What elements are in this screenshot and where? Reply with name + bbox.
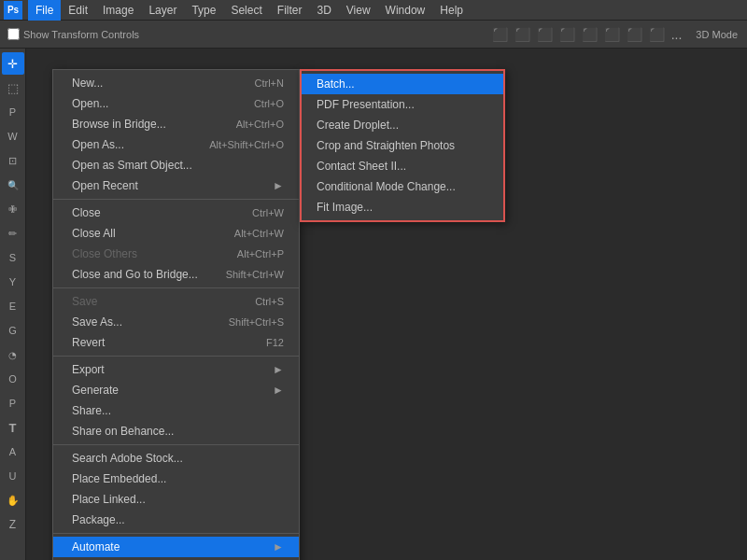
tool-path-select[interactable]: A [2, 441, 24, 463]
tool-dodge[interactable]: O [2, 368, 24, 390]
tool-crop[interactable]: ⊡ [2, 149, 24, 172]
menu-edit[interactable]: Edit [61, 0, 95, 21]
menu-bar: Ps File Edit Image Layer Type Select Fil… [0, 0, 747, 21]
tool-shape[interactable]: U [2, 465, 24, 487]
menu-layer[interactable]: Layer [141, 0, 184, 21]
automate-submenu[interactable]: Batch... PDF Presentation... Create Drop… [300, 69, 505, 222]
submenu-fit-image[interactable]: Fit Image... [302, 197, 503, 217]
file-section-place: Search Adobe Stock... Place Embedded... … [53, 445, 299, 534]
file-menu-dropdown[interactable]: New... Ctrl+N Open... Ctrl+O Browse in B… [52, 69, 300, 560]
menu-place-linked[interactable]: Place Linked... [53, 489, 299, 510]
menu-package[interactable]: Package... [53, 510, 299, 530]
file-section-export: Export ► Generate ► Share... Share on Be… [53, 357, 299, 445]
tool-healing[interactable]: ✙ [2, 198, 24, 220]
menu-view[interactable]: View [339, 0, 378, 21]
align-right-icon[interactable]: ⬛ [535, 27, 555, 42]
menu-open-smart-object[interactable]: Open as Smart Object... [53, 155, 299, 175]
menu-select[interactable]: Select [223, 0, 269, 21]
main-area: ✛ ⬚ P W ⊡ 🔍 ✙ ✏ S Y E G ◔ O P T A U ✋ Z … [0, 49, 747, 560]
menu-revert[interactable]: Revert F12 [53, 332, 299, 353]
transform-label: Show Transform Controls [23, 29, 139, 40]
tool-magic-wand[interactable]: W [2, 125, 24, 147]
transform-checkbox[interactable] [7, 28, 20, 40]
align-center-v-icon[interactable]: ⬛ [580, 27, 599, 42]
submenu-batch[interactable]: Batch... [302, 74, 503, 94]
3d-mode-label[interactable]: 3D Mode [694, 29, 740, 40]
menu-file[interactable]: File [28, 0, 61, 21]
menu-generate[interactable]: Generate ► [53, 380, 299, 400]
dist-v-icon[interactable]: ⬛ [647, 27, 667, 42]
canvas-area: New... Ctrl+N Open... Ctrl+O Browse in B… [26, 49, 747, 560]
toolbar: Show Transform Controls ⬛ ⬛ ⬛ ⬛ ⬛ ⬛ ⬛ ⬛ … [0, 21, 747, 49]
more-options-icon[interactable]: ... [669, 27, 684, 42]
menu-close-all[interactable]: Close All Alt+Ctrl+W [53, 223, 299, 244]
file-section-automate: Automate ► Scripts ► Import ► [53, 534, 299, 560]
tool-zoom[interactable]: Z [2, 513, 24, 536]
align-top-icon[interactable]: ⬛ [557, 27, 577, 42]
menu-3d[interactable]: 3D [309, 0, 338, 21]
menu-image[interactable]: Image [95, 0, 141, 21]
toolbar-align-icons: ⬛ ⬛ ⬛ ⬛ ⬛ ⬛ ⬛ ⬛ ... 3D Mode [490, 27, 740, 42]
tool-text[interactable]: T [2, 416, 24, 439]
tool-brush[interactable]: ✏ [2, 222, 24, 245]
show-transform-controls[interactable]: Show Transform Controls [7, 28, 139, 40]
file-section-close: Close Ctrl+W Close All Alt+Ctrl+W Close … [53, 200, 299, 288]
menu-new[interactable]: New... Ctrl+N [53, 73, 299, 93]
menu-browse-bridge[interactable]: Browse in Bridge... Alt+Ctrl+O [53, 114, 299, 134]
menu-close-others: Close Others Alt+Ctrl+P [53, 244, 299, 264]
submenu-crop-straighten[interactable]: Crop and Straighten Photos [302, 135, 503, 156]
menu-open-recent[interactable]: Open Recent ► [53, 175, 299, 196]
tool-clone[interactable]: S [2, 246, 24, 269]
tool-hand[interactable]: ✋ [2, 489, 24, 511]
menu-close-go-bridge[interactable]: Close and Go to Bridge... Shift+Ctrl+W [53, 264, 299, 285]
menu-open[interactable]: Open... Ctrl+O [53, 93, 299, 114]
tool-gradient[interactable]: G [2, 319, 24, 342]
menu-share[interactable]: Share... [53, 400, 299, 421]
tool-marquee[interactable]: ⬚ [2, 77, 24, 99]
tool-blur[interactable]: ◔ [2, 343, 24, 366]
menu-search-stock[interactable]: Search Adobe Stock... [53, 448, 299, 469]
file-section-save: Save Ctrl+S Save As... Shift+Ctrl+S Reve… [53, 288, 299, 357]
submenu-contact-sheet[interactable]: Contact Sheet II... [302, 156, 503, 176]
menu-share-behance[interactable]: Share on Behance... [53, 421, 299, 441]
file-section-open: New... Ctrl+N Open... Ctrl+O Browse in B… [53, 70, 299, 200]
submenu-create-droplet[interactable]: Create Droplet... [302, 115, 503, 135]
menu-automate[interactable]: Automate ► [53, 537, 299, 557]
menu-open-as[interactable]: Open As... Alt+Shift+Ctrl+O [53, 134, 299, 155]
tool-eraser[interactable]: E [2, 295, 24, 317]
align-left-icon[interactable]: ⬛ [490, 27, 510, 42]
menu-filter[interactable]: Filter [270, 0, 310, 21]
menu-window[interactable]: Window [378, 0, 433, 21]
menu-place-embedded[interactable]: Place Embedded... [53, 469, 299, 489]
menu-save-as[interactable]: Save As... Shift+Ctrl+S [53, 312, 299, 332]
align-center-h-icon[interactable]: ⬛ [513, 27, 532, 42]
menu-export[interactable]: Export ► [53, 359, 299, 380]
dropdown-overlay: New... Ctrl+N Open... Ctrl+O Browse in B… [26, 49, 747, 560]
app-icon: Ps [4, 1, 22, 20]
submenu-conditional-mode[interactable]: Conditional Mode Change... [302, 176, 503, 197]
tool-pen[interactable]: P [2, 392, 24, 414]
submenu-pdf-presentation[interactable]: PDF Presentation... [302, 94, 503, 115]
align-bottom-icon[interactable]: ⬛ [602, 27, 622, 42]
tool-lasso[interactable]: P [2, 101, 24, 123]
menu-type[interactable]: Type [184, 0, 223, 21]
menu-close[interactable]: Close Ctrl+W [53, 203, 299, 223]
menu-help[interactable]: Help [432, 0, 471, 21]
tool-eyedropper[interactable]: 🔍 [2, 174, 24, 196]
tool-move[interactable]: ✛ [2, 52, 24, 75]
dist-h-icon[interactable]: ⬛ [625, 27, 644, 42]
menu-save: Save Ctrl+S [53, 291, 299, 312]
tools-panel: ✛ ⬚ P W ⊡ 🔍 ✙ ✏ S Y E G ◔ O P T A U ✋ Z [0, 49, 26, 560]
tool-history[interactable]: Y [2, 271, 24, 293]
